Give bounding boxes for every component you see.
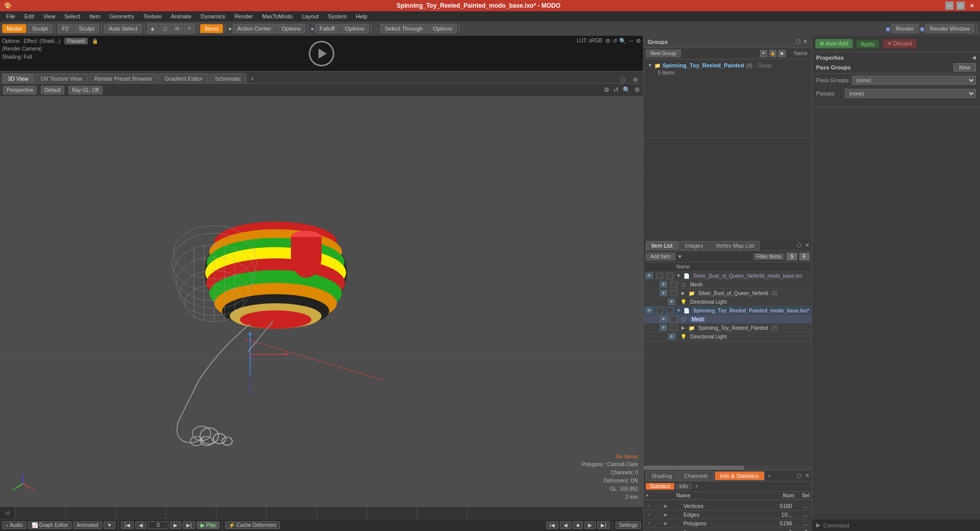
maximize-btn[interactable]: □ [957, 2, 965, 10]
transport-icon-3[interactable]: ■ [573, 521, 583, 529]
add-item-btn[interactable]: Add Item [646, 253, 675, 260]
item-check-1[interactable] [656, 273, 663, 279]
preview-icon-3[interactable]: 🔍 [619, 38, 626, 44]
vp-icon-4[interactable]: ⚙ [634, 86, 640, 93]
add-stat-btn[interactable]: + [693, 484, 700, 489]
transport-icon-1[interactable]: |◀ [546, 521, 559, 529]
tab-images[interactable]: Images [679, 241, 709, 250]
frame-input[interactable] [148, 521, 168, 529]
close-btn[interactable]: ✕ [968, 2, 976, 10]
menu-edit[interactable]: Edit [20, 12, 38, 20]
animated-btn[interactable]: Animated [73, 521, 102, 529]
minimize-btn[interactable]: ─ [945, 2, 953, 10]
menu-select[interactable]: Select [60, 12, 84, 20]
settings-btn[interactable]: Settings [616, 521, 641, 529]
statistics-subtab[interactable]: Statistics [646, 483, 674, 490]
stat-row-edges[interactable]: + - ▶ Edges 10... ... [646, 511, 810, 519]
add-item-dropdown[interactable]: ▼ [677, 254, 682, 259]
select-options-btn[interactable]: Options [428, 24, 457, 33]
perspective-btn[interactable]: Perspective [3, 86, 37, 94]
item-row-file1[interactable]: 👁 ▼ 📄 Silver_Bust_of_Queen_Nefertiti_mod… [644, 272, 812, 280]
sculpt-btn[interactable]: Sculpt [74, 24, 99, 33]
item-row-group2[interactable]: 👁 ▶ 📁 Spinning_Toy_Reeled_Painted (2) [644, 324, 812, 332]
default-btn[interactable]: Default [41, 86, 64, 94]
tab-gradient-editor[interactable]: Gradient Editor [159, 74, 208, 83]
dropdown-btn[interactable]: ▼ [104, 521, 116, 529]
menu-render[interactable]: Render [230, 12, 257, 20]
select-through-btn[interactable]: Select Through [380, 24, 427, 33]
stats-close-btn[interactable]: ✕ [805, 472, 810, 479]
item-eye-8[interactable]: 👁 [668, 333, 675, 340]
item-eye-4[interactable]: 👁 [668, 299, 675, 305]
viewport-options-btn[interactable]: ⚙ [630, 77, 641, 83]
item-lock-1[interactable] [666, 273, 673, 279]
item-check-7[interactable] [670, 325, 677, 331]
menu-maxtomodo[interactable]: MaxToModo [258, 12, 297, 20]
stat-row-polygons[interactable]: + - ▶ Polygons 5196 ... [646, 519, 810, 528]
tab-render-preset[interactable]: Render Preset Browser [89, 74, 158, 83]
tool-icon-2[interactable]: ⬡ [159, 23, 170, 34]
stat-row-items[interactable]: + - ▶ Items 1 0 [646, 528, 810, 531]
add-stats-tab-btn[interactable]: + [766, 473, 773, 479]
item-eye-1[interactable]: 👁 [646, 273, 653, 279]
info-subtab[interactable]: Info [675, 483, 692, 490]
preview-icon-2[interactable]: ↺ [612, 38, 617, 44]
item-eye-3[interactable]: 👁 [660, 290, 667, 296]
stats-expand-btn[interactable]: ⬡ [797, 472, 802, 479]
transport-icon-2[interactable]: ◀ [560, 521, 571, 529]
tool-icon-4[interactable]: ⌖ [184, 23, 195, 34]
prev-frame-btn[interactable]: ◀ [135, 521, 146, 529]
item-lock-5[interactable] [666, 307, 673, 313]
menu-view[interactable]: View [39, 12, 60, 20]
next-key-btn[interactable]: ▶| [183, 521, 195, 529]
item-eye-5[interactable]: 👁 [646, 307, 653, 313]
model-btn[interactable]: Model [2, 24, 27, 33]
render-btn[interactable]: Render [891, 24, 919, 33]
items-btn[interactable]: Items [200, 24, 223, 33]
item-row-file2[interactable]: 👁 ▼ 📄 Spinning_Toy_Reeled_Painted_modo_b… [644, 306, 812, 315]
audio-btn[interactable]: ♪ Audio [2, 521, 27, 529]
scrollbar-thumb[interactable] [644, 466, 744, 470]
item-row-mesh2[interactable]: 👁 ⬡ Mesh [644, 315, 812, 324]
cam-icon-render[interactable]: ▣ [778, 50, 786, 57]
item-check-6[interactable] [670, 316, 677, 322]
menu-item[interactable]: Item [85, 12, 104, 20]
item-list-content[interactable]: 👁 ▼ 📄 Silver_Bust_of_Queen_Nefertiti_mod… [644, 272, 812, 466]
passes-select[interactable]: (none) [845, 89, 976, 98]
tab-vertex-map[interactable]: Vertex Map List [710, 241, 760, 250]
item-row-group1[interactable]: 👁 ▶ 📁 Silver_Bust_of_Queen_Neferiti (2) [644, 289, 812, 298]
item-eye-2[interactable]: 👁 [660, 281, 667, 287]
preview-icon-1[interactable]: ⚙ [605, 38, 610, 44]
preview-icon-5[interactable]: ⚙ [636, 38, 641, 44]
groups-expand-btn[interactable]: ⬡ [796, 38, 801, 45]
sculpt-mode-btn[interactable]: Sculpt [28, 24, 53, 33]
tool-icon-3[interactable]: ⟳ [172, 23, 183, 34]
vp-icon-1[interactable]: ⚙ [604, 86, 609, 93]
auto-select-btn[interactable]: Auto Select [104, 24, 142, 33]
group-item-1[interactable]: ▼ 📁 Spinning_Toy_Reeled_Painted (4) - Gr… [646, 61, 810, 69]
falloff-btn[interactable]: Falloff [315, 24, 339, 33]
menu-system[interactable]: System [324, 12, 351, 20]
item-check-2[interactable] [670, 281, 677, 287]
add-tab-btn[interactable]: + [248, 74, 257, 83]
menu-file[interactable]: File [2, 12, 19, 20]
tab-uv-texture[interactable]: UV Texture View [35, 74, 88, 83]
transport-icon-4[interactable]: ▶ [584, 521, 596, 529]
menu-texture[interactable]: Texture [139, 12, 166, 20]
command-bar[interactable]: ▶ Command [812, 519, 980, 531]
item-eye-6[interactable]: 👁 [660, 316, 667, 322]
item-check-5[interactable] [656, 307, 663, 313]
viewport-expand-btn[interactable]: ⬡ [618, 77, 629, 83]
menu-dynamics[interactable]: Dynamics [197, 12, 229, 20]
action-center-btn[interactable]: Action Center [233, 24, 276, 33]
render-window-btn[interactable]: Render Window [925, 24, 974, 33]
next-frame-btn[interactable]: ▶ [170, 521, 181, 529]
raygl-btn[interactable]: Ray GL: Off [68, 86, 103, 94]
groups-close-btn[interactable]: ✕ [803, 38, 807, 45]
cache-deformers-btn[interactable]: ⚡ Cache Deformers [225, 521, 280, 529]
properties-collapse-btn[interactable]: ◀ [972, 55, 976, 60]
tab-info-stats[interactable]: Info & Statistics [715, 471, 765, 480]
menu-help[interactable]: Help [352, 12, 372, 20]
tab-item-list[interactable]: Item List [646, 241, 678, 250]
apply-btn[interactable]: Apply [856, 39, 879, 49]
